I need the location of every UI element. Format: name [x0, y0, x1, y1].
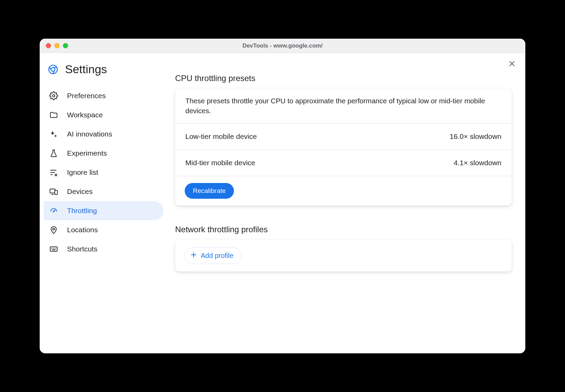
titlebar: DevTools - www.google.com/	[40, 39, 525, 53]
preset-name: Mid-tier mobile device	[185, 159, 255, 167]
sidebar-item-ai-innovations[interactable]: AI innovations	[44, 125, 163, 144]
main-content: CPU throttling presets These presets thr…	[166, 53, 525, 353]
sidebar-item-label: Throttling	[67, 207, 97, 215]
svg-point-18	[53, 228, 54, 230]
svg-point-2	[49, 65, 57, 74]
gear-icon	[49, 91, 58, 100]
sidebar-item-shortcuts[interactable]: Shortcuts	[44, 239, 163, 259]
folder-icon	[49, 110, 58, 119]
window-body: Settings Preferences	[40, 53, 525, 353]
sparkle-icon	[49, 130, 58, 139]
sidebar-item-label: AI innovations	[67, 130, 112, 138]
close-window-button[interactable]	[46, 43, 51, 48]
sidebar-item-label: Experiments	[67, 149, 107, 157]
svg-point-7	[53, 95, 55, 97]
svg-rect-14	[55, 191, 57, 195]
flask-icon	[49, 149, 58, 158]
preset-row-low-tier: Low-tier mobile device 16.0× slowdown	[175, 123, 512, 150]
filter-remove-icon	[49, 168, 58, 177]
cpu-presets-description: These presets throttle your CPU to appro…	[175, 89, 512, 123]
sidebar-item-label: Workspace	[67, 111, 103, 119]
chrome-icon	[48, 64, 58, 75]
network-section-heading: Network throttling profiles	[175, 225, 512, 234]
preset-name: Low-tier mobile device	[185, 132, 257, 141]
sidebar-item-label: Devices	[67, 187, 93, 196]
sidebar-item-label: Locations	[67, 226, 98, 234]
sidebar-item-label: Ignore list	[67, 168, 98, 177]
preset-row-mid-tier: Mid-tier mobile device 4.1× slowdown	[175, 150, 512, 176]
svg-rect-13	[50, 189, 55, 193]
svg-point-17	[53, 211, 54, 212]
maximize-window-button[interactable]	[63, 43, 68, 48]
add-profile-label: Add profile	[201, 252, 234, 260]
svg-rect-19	[50, 247, 57, 251]
minimize-window-button[interactable]	[54, 43, 60, 48]
close-settings-button[interactable]	[507, 59, 517, 69]
sidebar: Settings Preferences	[40, 53, 166, 353]
cpu-presets-card: These presets throttle your CPU to appro…	[175, 89, 512, 206]
preset-value: 16.0× slowdown	[450, 132, 501, 141]
sidebar-item-locations[interactable]: Locations	[44, 220, 163, 239]
speedometer-icon	[49, 206, 58, 215]
page-title: Settings	[65, 63, 107, 76]
window-title: DevTools - www.google.com/	[40, 42, 525, 49]
sidebar-item-workspace[interactable]: Workspace	[44, 105, 163, 125]
recalibrate-button[interactable]: Recalibrate	[185, 183, 234, 199]
window: DevTools - www.google.com/	[40, 39, 525, 353]
devices-icon	[49, 187, 58, 196]
sidebar-item-preferences[interactable]: Preferences	[44, 86, 163, 105]
cpu-section-heading: CPU throttling presets	[175, 74, 512, 83]
close-icon	[508, 60, 516, 69]
plus-icon	[190, 251, 197, 260]
sidebar-item-experiments[interactable]: Experiments	[44, 144, 163, 163]
sidebar-item-devices[interactable]: Devices	[44, 182, 163, 201]
preset-value: 4.1× slowdown	[454, 159, 501, 167]
sidebar-item-label: Preferences	[67, 92, 106, 100]
add-profile-button[interactable]: Add profile	[185, 247, 241, 264]
sidebar-item-throttling[interactable]: Throttling	[44, 201, 163, 220]
keyboard-icon	[49, 245, 58, 253]
traffic-lights	[46, 43, 68, 48]
sidebar-items: Preferences Workspace	[40, 83, 166, 259]
network-profiles-card: Add profile	[175, 240, 512, 272]
cpu-card-footer: Recalibrate	[175, 176, 512, 206]
sidebar-item-ignore-list[interactable]: Ignore list	[44, 163, 163, 182]
sidebar-item-label: Shortcuts	[67, 245, 97, 253]
settings-header: Settings	[40, 63, 166, 83]
location-pin-icon	[49, 225, 58, 234]
